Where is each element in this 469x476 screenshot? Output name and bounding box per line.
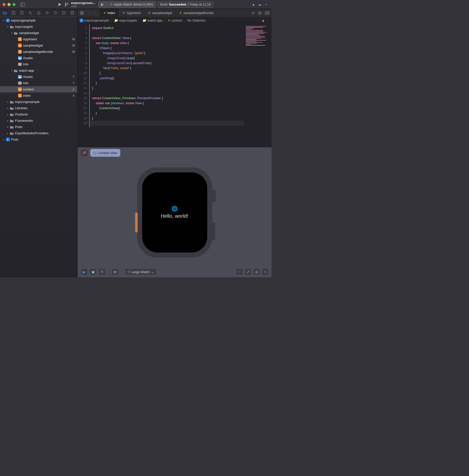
preview-selector[interactable]: ▢ Content View: [90, 149, 120, 157]
source-control-navigator-tab[interactable]: [10, 10, 18, 16]
issues-navigator-tab[interactable]: [35, 10, 43, 16]
activity-status[interactable]: Build Succeeded | Today at 11:15: [157, 1, 213, 8]
canvas-body[interactable]: 🌐 Hello, world!: [78, 158, 272, 266]
tree-row[interactable]: ▸Libraries: [0, 105, 77, 111]
editor-tab[interactable]: ✦AppIntent: [119, 9, 144, 17]
source-editor[interactable]: 1234567891011121314151617181920 import S…: [78, 24, 244, 127]
tree-row[interactable]: contentA: [0, 86, 77, 92]
disclosure-triangle[interactable]: ▸: [6, 101, 10, 103]
project-tree[interactable]: ▾Aexpocngexample▾expo:targets▾samplewidg…: [0, 17, 77, 277]
breakpoints-navigator-tab[interactable]: [60, 10, 68, 16]
tree-row[interactable]: indexA: [0, 92, 77, 99]
disclosure-triangle[interactable]: ▾: [6, 26, 10, 28]
find-navigator-tab[interactable]: [26, 10, 34, 16]
tree-row-label: samplewidgetBundle: [23, 50, 72, 54]
preview-device-selector[interactable]: ⌚︎ Large Watch ⌄: [125, 268, 157, 275]
tree-row[interactable]: ▾Aexpocngexample: [0, 17, 77, 24]
tree-row[interactable]: Info?: [0, 80, 77, 86]
zoom-in-button[interactable]: ＋: [262, 268, 269, 275]
tree-row[interactable]: AppIntentM: [0, 36, 77, 42]
disclosure-triangle[interactable]: ▸: [6, 132, 10, 135]
navigator-panel: ▾Aexpocngexample▾expo:targets▾samplewidg…: [0, 9, 78, 277]
scm-status-badge: ?: [72, 81, 75, 85]
tree-row[interactable]: samplewidgetM: [0, 42, 77, 49]
zoom-actual-button[interactable]: ◎: [253, 268, 260, 275]
tree-row-label: samplewidget: [23, 44, 72, 47]
tree-row[interactable]: Info: [0, 61, 77, 67]
tree-row[interactable]: ▸expocngexample: [0, 99, 77, 105]
xc-icon: [18, 75, 22, 78]
scheme-branch-icon[interactable]: [63, 2, 70, 8]
disclosure-triangle[interactable]: ▸: [2, 138, 6, 141]
tree-row-label: Assets: [23, 56, 72, 60]
disclosure-triangle[interactable]: ▾: [10, 69, 14, 72]
tree-row[interactable]: ▾samplewidget: [0, 30, 77, 36]
cloud-status-icon[interactable]: ☁︎: [257, 2, 263, 7]
disclosure-triangle[interactable]: ▸: [6, 120, 10, 122]
tree-row[interactable]: ▸APods: [0, 136, 77, 143]
tree-row[interactable]: ▸Products: [0, 111, 77, 117]
plist-icon: [18, 81, 22, 85]
scm-status-badge: M: [72, 38, 75, 41]
run-button[interactable]: [57, 2, 63, 7]
tree-row[interactable]: ▸Frameworks: [0, 117, 77, 124]
nav-forward-icon[interactable]: 〉: [266, 18, 270, 23]
project-navigator-tab[interactable]: [1, 10, 9, 16]
disclosure-triangle[interactable]: ▸: [6, 126, 10, 128]
selectable-preview-button[interactable]: ▣: [90, 268, 97, 275]
add-editor-icon[interactable]: +: [264, 11, 271, 16]
tree-row[interactable]: Assets?: [0, 74, 77, 80]
watch-action-button: [135, 212, 138, 232]
path-segment[interactable]: 📁watch-app: [142, 19, 162, 22]
reports-navigator-tab[interactable]: [68, 10, 76, 16]
live-preview-button[interactable]: ▶: [81, 268, 88, 275]
editor-tab[interactable]: ✦samplewidget: [144, 9, 176, 17]
path-bar[interactable]: Aexpocngexample 〉 📁expo:targets 〉 📁watch…: [78, 17, 272, 24]
bookmarks-navigator-tab[interactable]: [18, 10, 26, 16]
debug-navigator-tab[interactable]: [52, 10, 60, 16]
pin-preview-button[interactable]: 📌: [80, 149, 88, 157]
scheme-selector[interactable]: expocngexam... main: [71, 1, 96, 8]
tests-navigator-tab[interactable]: [43, 10, 51, 16]
sidebar-toggle-icon[interactable]: [19, 2, 27, 7]
editor-options-icon[interactable]: [257, 11, 263, 16]
tree-row[interactable]: ▸Pods: [0, 124, 77, 130]
minimize-window-button[interactable]: [8, 3, 11, 6]
run-destination-selector[interactable]: ◐ 〉 ⌚︎ Apple Watch Series 9 (45m: [98, 1, 156, 8]
zoom-out-button[interactable]: －: [236, 268, 243, 275]
path-segment[interactable]: No Selection: [187, 19, 206, 22]
tree-row[interactable]: ▾watch-app: [0, 67, 77, 74]
editor-tab[interactable]: ✦index: [100, 9, 119, 17]
add-button[interactable]: ＋: [263, 1, 269, 8]
compare-icon[interactable]: ⇄: [250, 10, 256, 16]
disclosure-triangle[interactable]: ▸: [6, 113, 10, 116]
editor-tab[interactable]: ✦samplewidgetBundle: [176, 9, 217, 17]
watch-preview: 🌐 Hello, world!: [137, 167, 212, 258]
minimap[interactable]: [244, 24, 272, 147]
swift-icon: ✦: [168, 19, 170, 22]
tree-row[interactable]: Assets: [0, 55, 77, 61]
disclosure-triangle[interactable]: ▾: [10, 32, 14, 34]
path-segment[interactable]: Aexpocngexample: [80, 19, 109, 22]
device-settings-button[interactable]: ⚙︎: [112, 268, 119, 275]
disclosure-triangle[interactable]: ▾: [2, 19, 6, 22]
tree-row[interactable]: samplewidgetBundleM: [0, 49, 77, 55]
go-back-button[interactable]: 〈: [86, 10, 92, 16]
go-forward-button[interactable]: 〉: [92, 10, 99, 16]
tree-row[interactable]: ▸ExpoModulesProviders: [0, 130, 77, 136]
disclosure-triangle[interactable]: ▸: [6, 107, 10, 109]
close-window-button[interactable]: [3, 3, 6, 6]
warnings-icon[interactable]: ▲: [250, 2, 257, 7]
path-segment[interactable]: 📁expo:targets: [114, 19, 137, 22]
source-code[interactable]: import SwiftUI struct ContentView: View …: [90, 24, 244, 127]
tree-row[interactable]: ▾expo:targets: [0, 24, 77, 30]
zoom-window-button[interactable]: [13, 3, 16, 6]
scm-status-badge: ?: [72, 75, 75, 79]
warnings-icon[interactable]: ▲: [262, 19, 265, 22]
zoom-fit-button[interactable]: ⤢: [245, 268, 252, 275]
variants-button[interactable]: ⠿: [99, 268, 106, 275]
watch-crown: [211, 190, 216, 202]
path-segment[interactable]: ✦content: [168, 19, 182, 22]
nav-back-icon[interactable]: 〈: [257, 18, 260, 23]
related-items-icon[interactable]: [79, 10, 85, 16]
